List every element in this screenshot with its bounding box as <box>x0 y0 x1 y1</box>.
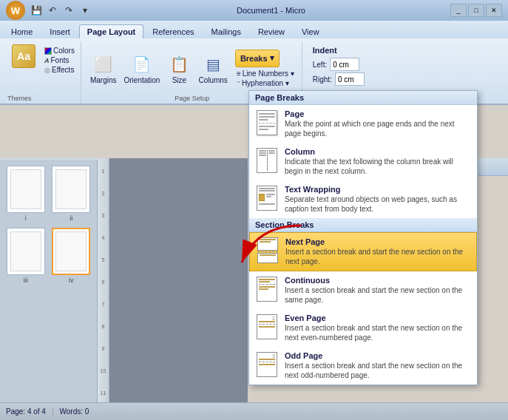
orientation-button[interactable]: 📄 Orientation <box>121 51 163 86</box>
oddpage-break-icon: 3 <box>255 351 279 378</box>
breaks-button[interactable]: Breaks ▾ <box>235 50 280 67</box>
size-button[interactable]: 📋 Size <box>164 51 194 86</box>
breaks-dropdown: Page Breaks Page Mark the point at which… <box>248 90 478 385</box>
line-numbers-button[interactable]: ≡ Line Numbers ▾ <box>237 70 294 78</box>
tab-review[interactable]: Review <box>250 24 293 38</box>
title-bar-left: W 💾 ↶ ↷ ▾ <box>6 1 92 20</box>
break-wrap-title: Text Wrapping <box>285 185 471 194</box>
indent-right-input[interactable] <box>335 72 365 86</box>
close-btn[interactable]: ✕ <box>486 4 502 17</box>
break-page-title: Page <box>285 109 471 118</box>
break-column-desc: Indicate that the text following the col… <box>285 157 471 176</box>
break-page-item[interactable]: Page Mark the point at which one page en… <box>249 105 477 143</box>
nextpage-break-icon <box>256 237 280 264</box>
themes-sub-menu: Colors A Fonts ◎ Effects <box>43 46 76 75</box>
break-continuous-title: Continuous <box>285 276 471 285</box>
break-nextpage-title: Next Page <box>285 237 470 246</box>
thumbnails-pane: i ii iii iv <box>0 160 98 420</box>
evenpage-break-icon: 2 <box>255 314 279 340</box>
column-break-icon <box>255 147 279 174</box>
break-nextpage-item[interactable]: Next Page Insert a section break and sta… <box>249 232 477 271</box>
page-setup-label: Page Setup <box>175 93 209 104</box>
orientation-icon: 📄 <box>130 52 154 76</box>
redo-btn[interactable]: ↷ <box>62 4 75 17</box>
effects-button[interactable]: ◎ Effects <box>43 65 76 75</box>
breaks-dropdown-arrow: ▾ <box>270 53 274 63</box>
page-breaks-header: Page Breaks <box>249 91 477 105</box>
indent-label: Indent <box>313 46 365 55</box>
status-bar: Page: 4 of 4 | Words: 0 <box>0 402 508 420</box>
restore-btn[interactable]: □ <box>468 4 484 17</box>
break-oddpage-desc: Insert a section break and start the new… <box>285 361 471 380</box>
indent-right-label: Right: <box>313 75 332 84</box>
tab-mailings[interactable]: Mailings <box>203 24 249 38</box>
quick-access-toolbar: 💾 ↶ ↷ ▾ <box>30 4 92 17</box>
document-area[interactable] <box>109 158 248 419</box>
break-nextpage-desc: Insert a section break and start the new… <box>285 247 470 266</box>
tab-home[interactable]: Home <box>3 24 41 38</box>
window-controls: _ □ ✕ <box>450 4 502 17</box>
title-bar: W 💾 ↶ ↷ ▾ Document1 - Micro _ □ ✕ <box>0 0 508 21</box>
effects-icon: ◎ <box>44 67 50 74</box>
break-evenpage-item[interactable]: 2 Even Page Insert a section break and s… <box>249 309 477 347</box>
customize-btn[interactable]: ▾ <box>78 4 92 17</box>
tab-page-layout[interactable]: Page Layout <box>79 24 143 38</box>
break-continuous-item[interactable]: Continuous Insert a section break and st… <box>249 271 477 309</box>
tab-references[interactable]: References <box>144 24 202 38</box>
thumbnail-2[interactable]: ii <box>52 166 92 222</box>
fonts-button[interactable]: A Fonts <box>43 55 76 65</box>
thumb-label-3: iii <box>24 277 28 284</box>
page-break-icon <box>255 109 279 136</box>
thumbnail-3[interactable]: iii <box>6 228 46 284</box>
break-oddpage-item[interactable]: 3 Odd Page Insert a section break and st… <box>249 347 477 385</box>
ribbon-tabs: Home Insert Page Layout References Maili… <box>0 21 508 38</box>
breaks-label: Breaks <box>240 54 268 63</box>
indent-left-input[interactable] <box>330 58 359 71</box>
thumb-label-4: iv <box>69 277 74 284</box>
margins-button[interactable]: ⬜ Margins <box>87 51 120 86</box>
orientation-label: Orientation <box>123 76 160 84</box>
break-wrap-item[interactable]: Text Wrapping Separate text around objec… <box>249 180 477 218</box>
break-column-title: Column <box>285 147 471 156</box>
tab-view[interactable]: View <box>294 24 328 38</box>
break-continuous-desc: Insert a section break and start the new… <box>285 285 471 305</box>
fonts-icon: A <box>44 57 50 64</box>
themes-button[interactable]: Aa <box>7 44 40 68</box>
office-button[interactable]: W <box>6 1 25 20</box>
break-evenpage-title: Even Page <box>285 314 471 322</box>
section-breaks-header: Section Breaks <box>249 218 477 232</box>
thumbnails-grid: i ii iii iv <box>0 160 97 290</box>
margins-label: Margins <box>90 76 117 84</box>
columns-label: Columns <box>198 76 227 84</box>
colors-button[interactable]: Colors <box>43 46 76 55</box>
tab-insert[interactable]: Insert <box>41 24 78 38</box>
undo-btn[interactable]: ↶ <box>46 4 59 17</box>
size-label: Size <box>172 76 186 84</box>
continuous-break-icon <box>255 276 279 302</box>
vertical-ruler: 1 2 3 4 5 6 7 8 9 10 11 <box>98 158 109 419</box>
columns-icon: ▤ <box>201 52 225 76</box>
save-btn[interactable]: 💾 <box>30 4 43 17</box>
themes-icon: Aa <box>12 44 35 68</box>
break-evenpage-desc: Insert a section break and start the new… <box>285 323 471 342</box>
size-icon: 📋 <box>167 52 191 76</box>
themes-group-label: Themes <box>7 93 32 104</box>
indent-left-label: Left: <box>313 61 327 69</box>
minimize-btn[interactable]: _ <box>450 4 467 17</box>
thumbnail-4[interactable]: iv <box>52 228 92 284</box>
break-page-desc: Mark the point at which one page ends an… <box>285 119 471 138</box>
margins-icon: ⬜ <box>92 52 115 76</box>
thumbnail-1[interactable]: i <box>6 166 46 222</box>
colors-icon <box>44 47 52 55</box>
break-oddpage-title: Odd Page <box>285 351 471 360</box>
wrap-break-icon <box>255 185 279 211</box>
thumb-label-1: i <box>25 214 27 222</box>
thumb-label-2: ii <box>70 214 72 222</box>
hyphenation-button[interactable]: ⁻ Hyphenation ▾ <box>237 79 294 87</box>
window-title: Document1 - Micro <box>92 6 450 15</box>
themes-group: Aa Colors A Fonts ◎ Effects Themes <box>3 41 81 104</box>
columns-button[interactable]: ▤ Columns <box>195 51 230 86</box>
word-count: Words: 0 <box>60 407 89 416</box>
page-count: Page: 4 of 4 <box>6 407 46 416</box>
break-column-item[interactable]: Column Indicate that the text following … <box>249 143 477 180</box>
